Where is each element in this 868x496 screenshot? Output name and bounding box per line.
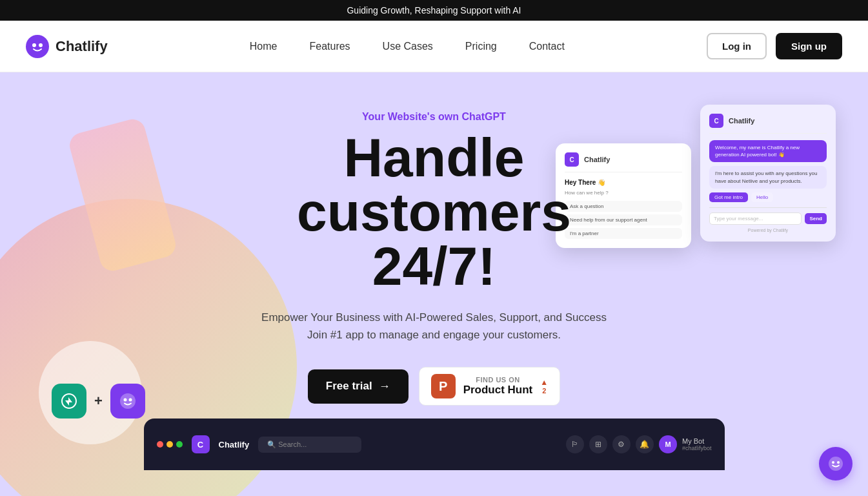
- openai-icon-badge: [52, 384, 86, 418]
- quick-replies: Got me intro Hello: [709, 192, 827, 202]
- hero-section: + C Chatlify Hey There 👋 How can we help…: [0, 72, 868, 496]
- signup-button[interactable]: Sign up: [776, 33, 842, 59]
- plus-sign: +: [94, 393, 103, 409]
- hero-desc-line1: Empower Your Business with AI-Powered Sa…: [261, 311, 607, 324]
- find-us-label: FIND US ON: [463, 376, 533, 384]
- settings-icon: ⚙: [612, 435, 631, 453]
- bot-name: My Bot: [682, 437, 712, 445]
- bot-sub: #chatlifybot: [682, 445, 712, 451]
- arrow-right-icon: →: [379, 380, 390, 393]
- vote-count: 2: [542, 387, 546, 395]
- grid-icon: ⊞: [589, 435, 607, 453]
- product-hunt-badge[interactable]: P FIND US ON Product Hunt ▲ 2: [419, 367, 561, 406]
- dot-red: [157, 441, 163, 448]
- app-logo: C: [192, 435, 210, 453]
- chat-card-2-logo: C: [709, 114, 723, 128]
- logo-text: Chatlify: [56, 38, 108, 55]
- upvote-icon: ▲: [540, 378, 548, 387]
- nav-pricing[interactable]: Pricing: [465, 41, 497, 52]
- free-trial-label: Free trial: [326, 380, 372, 393]
- quick-reply-2[interactable]: Hello: [751, 192, 773, 202]
- chatbot-float-button[interactable]: [819, 447, 853, 480]
- banner-text: Guiding Growth, Reshaping Support with A…: [347, 5, 521, 16]
- chat-card-2: C Chatlify Welcome, my name is Chatlify …: [700, 105, 836, 242]
- chatlify-icon-badge: [110, 384, 145, 418]
- svg-point-5: [128, 398, 132, 402]
- app-preview-inner: C Chatlify 🔍 Search... 🏳 ⊞ ⚙ 🔔 M My Bot …: [144, 418, 725, 470]
- navbar: Chatlify Home Features Use Cases Pricing…: [0, 21, 868, 72]
- svg-point-4: [123, 398, 126, 402]
- app-preview: C Chatlify 🔍 Search... 🏳 ⊞ ⚙ 🔔 M My Bot …: [13, 418, 855, 470]
- logo-area: Chatlify: [26, 35, 108, 58]
- bell-icon: 🔔: [636, 435, 654, 453]
- app-icons: 🏳 ⊞ ⚙ 🔔 M My Bot #chatlifybot: [566, 435, 712, 453]
- quick-reply-1[interactable]: Got me intro: [709, 192, 748, 202]
- chat-card-2-header: C Chatlify: [709, 114, 827, 134]
- chat-input[interactable]: Type your message...: [709, 212, 802, 225]
- chat-input-row: Type your message... Send: [709, 207, 827, 225]
- product-hunt-text: FIND US ON Product Hunt: [463, 376, 533, 397]
- app-bot-info: My Bot #chatlifybot: [682, 437, 712, 451]
- hero-description: Empower Your Business with AI-Powered Sa…: [261, 309, 607, 344]
- hero-title-line3: 24/7!: [372, 236, 496, 296]
- logo-icon: [26, 35, 49, 58]
- svg-point-7: [832, 461, 834, 464]
- login-button[interactable]: Log in: [707, 33, 767, 59]
- chat-card-2-title: Chatlify: [729, 117, 754, 125]
- free-trial-button[interactable]: Free trial →: [308, 369, 409, 404]
- hero-title: Handle customers 24/7!: [261, 130, 607, 293]
- product-hunt-logo: P: [431, 374, 456, 398]
- powered-by: Powered by Chatlify: [709, 228, 827, 232]
- hero-title-line1: Handle: [343, 127, 524, 188]
- svg-point-1: [32, 43, 36, 47]
- svg-point-8: [837, 461, 840, 464]
- bot-greeting: Welcome, my name is Chatlify a new gener…: [709, 140, 827, 162]
- user-avatar: M: [659, 435, 677, 453]
- top-banner: Guiding Growth, Reshaping Support with A…: [0, 0, 868, 21]
- dot-yellow: [167, 441, 173, 448]
- nav-links: Home Features Use Cases Pricing Contact: [250, 41, 565, 52]
- app-name: Chatlify: [219, 440, 250, 450]
- chat-send[interactable]: Send: [805, 213, 827, 224]
- hero-subtitle: Your Website's own ChatGPT: [261, 111, 607, 123]
- hero-desc-line2: Join #1 app to manage and engage your cu…: [307, 329, 561, 341]
- svg-point-0: [26, 35, 49, 58]
- hero-content: Your Website's own ChatGPT Handle custom…: [261, 111, 607, 406]
- hero-title-line2: customers: [297, 181, 571, 242]
- nav-home[interactable]: Home: [250, 41, 278, 52]
- flag-icon: 🏳: [566, 435, 584, 453]
- svg-point-6: [829, 457, 843, 471]
- product-hunt-votes: ▲ 2: [540, 378, 548, 395]
- svg-point-2: [39, 43, 43, 47]
- svg-point-3: [120, 393, 136, 409]
- nav-contact[interactable]: Contact: [529, 41, 565, 52]
- user-bubble: I'm here to assist you with any question…: [709, 166, 827, 188]
- nav-features[interactable]: Features: [309, 41, 350, 52]
- icon-badges: +: [52, 384, 145, 418]
- product-hunt-name: Product Hunt: [463, 384, 533, 397]
- nav-use-cases[interactable]: Use Cases: [383, 41, 433, 52]
- dot-green: [176, 441, 183, 448]
- app-search[interactable]: 🔍 Search...: [258, 437, 361, 453]
- cta-row: Free trial → P FIND US ON Product Hunt ▲…: [261, 367, 607, 406]
- nav-buttons: Log in Sign up: [707, 33, 842, 59]
- window-dots: [157, 441, 183, 448]
